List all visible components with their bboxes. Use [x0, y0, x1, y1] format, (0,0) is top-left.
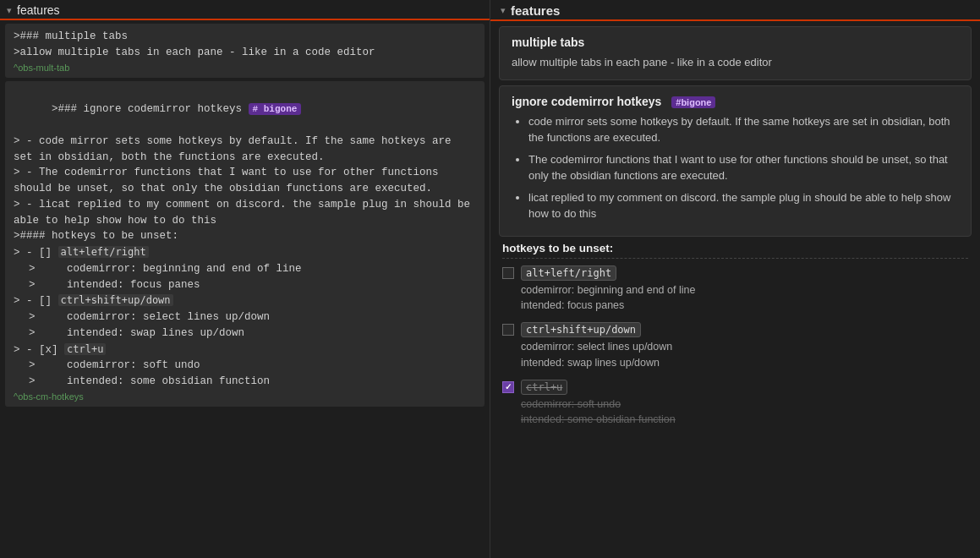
left-anchor-1: ^obs-mult-tab	[14, 63, 476, 73]
hotkey-alt-desc1: codemirror: beginning and end of line	[521, 282, 968, 298]
left-hotkey-alt: > - [] alt+left/right	[14, 244, 476, 261]
hotkey-ctrl-u-desc2: intended: some obsidian function	[521, 412, 968, 428]
hotkey-content-ctrl-u: ctrl+u codemirror: soft undo intended: s…	[521, 380, 968, 429]
left-hotkey-ctrl-shift-desc2: > intended: swap lines up/down	[14, 326, 476, 342]
right-card2-bullet-3: licat replied to my comment on discord. …	[528, 189, 959, 222]
hotkey-item-alt: alt+left/right codemirror: beginning and…	[502, 265, 968, 315]
hotkey-content-alt: alt+left/right codemirror: beginning and…	[521, 265, 968, 315]
left-block-multiple-tabs: >### multiple tabs >allow multiple tabs …	[5, 24, 485, 78]
left-line-1: >### multiple tabs	[14, 29, 476, 45]
hotkey-ctrl-shift-desc2: intended: swap lines up/down	[521, 355, 968, 371]
right-hotkeys-title: hotkeys to be unset:	[502, 242, 968, 259]
left-hotkey-alt-desc1: > codemirror: beginning and end of line	[14, 261, 476, 277]
hotkey-key-ctrl-u: ctrl+u	[521, 380, 968, 397]
right-bigone-tag: #bigone	[671, 96, 715, 108]
left-header: ▾ features	[0, 0, 490, 20]
hotkey-ctrl-u-desc1: codemirror: soft undo	[521, 397, 968, 413]
left-title: features	[17, 3, 60, 17]
left-hotkey-ctrl-shift-desc1: > codemirror: select lines up/down	[14, 309, 476, 326]
hotkey-checkbox-ctrl-shift[interactable]	[502, 324, 514, 336]
left-hotkey-ctrl-u: > - [x] ctrl+u	[14, 342, 476, 358]
hotkey-key-ctrl-shift: ctrl+shift+up/down	[521, 322, 968, 339]
left-block-codemirror: >### ignore codemirror hotkeys # bigone …	[5, 81, 485, 407]
hotkey-item-ctrl-shift: ctrl+shift+up/down codemirror: select li…	[502, 322, 968, 371]
right-card1-title: multiple tabs	[512, 36, 959, 49]
hotkey-content-ctrl-shift: ctrl+shift+up/down codemirror: select li…	[521, 322, 968, 371]
left-hotkey-ctrl-u-desc2: > intended: some obsidian function	[14, 374, 476, 390]
hotkey-ctrl-shift-desc1: codemirror: select lines up/down	[521, 339, 968, 355]
right-card2-bullets: code mirror sets some hotkeys by default…	[512, 113, 959, 222]
hotkey-checkbox-ctrl-u[interactable]	[502, 381, 514, 393]
right-panel: ▾ features multiple tabs allow multiple …	[490, 0, 980, 558]
left-bigone-tag: # bigone	[249, 103, 302, 115]
right-card1-body: allow multiple tabs in each pane - like …	[512, 54, 959, 71]
right-collapse-arrow[interactable]: ▾	[501, 5, 506, 16]
hotkey-checkbox-alt[interactable]	[502, 267, 514, 279]
left-line-2: >allow multiple tabs in each pane - like…	[14, 45, 476, 61]
right-hotkeys-section: hotkeys to be unset: alt+left/right code…	[499, 242, 972, 429]
left-hotkey-ctrl-u-desc1: > codemirror: soft undo	[14, 358, 476, 374]
right-card-codemirror: ignore codemirror hotkeys #bigone code m…	[499, 85, 972, 237]
left-cm-line2: > - The codemirror functions that I want…	[14, 165, 476, 197]
right-title: features	[511, 3, 560, 18]
left-hotkeys-heading: >#### hotkeys to be unset:	[14, 228, 476, 244]
right-card-multiple-tabs: multiple tabs allow multiple tabs in eac…	[499, 26, 972, 80]
left-cm-line3: > - licat replied to my comment on disco…	[14, 197, 476, 229]
right-header: ▾ features	[490, 0, 980, 21]
left-anchor-2: ^obs-cm-hotkeys	[14, 391, 476, 402]
hotkey-item-ctrl-u: ctrl+u codemirror: soft undo intended: s…	[502, 380, 968, 429]
hotkey-key-alt: alt+left/right	[521, 265, 968, 282]
right-card2-title: ignore codemirror hotkeys #bigone	[512, 95, 959, 108]
left-panel: ▾ features >### multiple tabs >allow mul…	[0, 0, 490, 558]
hotkey-alt-desc2: intended: focus panes	[521, 298, 968, 314]
right-card2-bullet-2: The codemirror functions that I want to …	[528, 151, 959, 184]
left-hotkey-ctrl-shift: > - [] ctrl+shift+up/down	[14, 293, 476, 309]
left-cm-heading: >### ignore codemirror hotkeys # bigone	[14, 86, 476, 134]
left-collapse-arrow[interactable]: ▾	[7, 5, 12, 16]
left-cm-line1: > - code mirror sets some hotkeys by def…	[14, 134, 476, 166]
left-hotkey-alt-desc2: > intended: focus panes	[14, 277, 476, 293]
right-card2-bullet-1: code mirror sets some hotkeys by default…	[528, 113, 959, 146]
